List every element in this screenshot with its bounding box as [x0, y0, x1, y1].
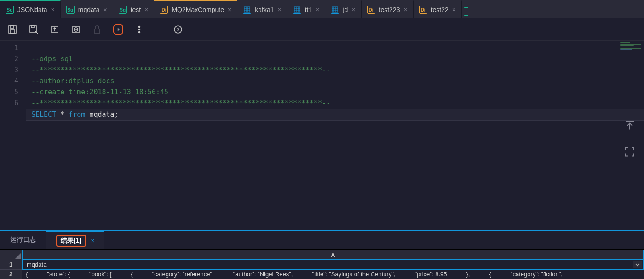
file-tab-jsondata[interactable]: Sq JSONdata × — [0, 0, 61, 18]
code-area[interactable]: --odps sql --***************************… — [26, 41, 644, 230]
editor-side-actions — [624, 119, 636, 159]
code-comment: --**************************************… — [31, 66, 330, 74]
minimap[interactable] — [620, 42, 642, 46]
tab-label: kafka1 — [255, 6, 274, 13]
grid-row-2[interactable]: 2 { "store": { "book": [ { "category": "… — [0, 270, 644, 279]
file-tab-test22[interactable]: Di test22 × — [414, 0, 462, 18]
tab-label: test223 — [379, 6, 400, 13]
svg-rect-19 — [31, 26, 34, 28]
cell-fragment: { — [131, 271, 132, 278]
di-icon: Di — [419, 6, 427, 14]
tab-label: jd — [343, 6, 348, 13]
fullscreen-icon[interactable] — [624, 145, 636, 159]
result-grid: A 1 mqdata 2 { "store": { "book": [ { "c… — [0, 249, 644, 279]
sql-identifier: mqdata; — [85, 110, 118, 119]
file-tab-jd[interactable]: jd × — [325, 0, 361, 18]
more-icon[interactable] — [134, 24, 144, 35]
svg-rect-16 — [10, 26, 14, 28]
close-icon[interactable]: × — [316, 6, 319, 13]
tab-label: test22 — [431, 6, 448, 13]
cell-a1[interactable]: mqdata — [22, 260, 644, 270]
sql-icon: Sq — [119, 6, 127, 14]
submit-icon[interactable] — [50, 24, 60, 35]
sql-icon: Sq — [6, 6, 14, 14]
file-tab-mq2maxcompute[interactable]: Di MQ2MaxCompute × — [154, 0, 237, 18]
svg-point-26 — [139, 29, 140, 30]
scroll-to-top-icon[interactable] — [624, 119, 636, 133]
save-icon[interactable] — [7, 24, 17, 35]
file-tab-tt1[interactable]: tt1 × — [288, 0, 326, 18]
tab-label: MQ2MaxCompute — [172, 6, 224, 13]
code-editor[interactable]: 1 2 3 4 5 6 --odps sql --***************… — [0, 41, 644, 230]
file-tab-bar: Sq JSONdata × Sq mqdata × Sq test × Di M… — [0, 0, 644, 18]
code-line-active: SELECT * from mqdata; — [26, 109, 644, 121]
cell-fragment: "category": "fiction", — [511, 271, 563, 278]
tab-label: tt1 — [305, 6, 312, 13]
save-as-icon[interactable] — [29, 24, 39, 35]
file-tab-kafka1[interactable]: kafka1 × — [237, 0, 287, 18]
cell-a2[interactable]: { "store": { "book": [ { "category": "re… — [22, 270, 644, 279]
cell-fragment: { — [26, 271, 28, 278]
svg-rect-10 — [332, 7, 338, 12]
svg-rect-17 — [10, 30, 15, 33]
tab-label: test — [131, 6, 141, 13]
close-icon[interactable]: × — [403, 6, 407, 13]
close-icon[interactable]: × — [452, 6, 456, 13]
line-number: 6 — [0, 98, 18, 109]
grid-row-1[interactable]: 1 mqdata — [0, 260, 644, 270]
result-panel: 运行日志 结果[1] × A 1 mqdata 2 { "store": { — [0, 230, 644, 279]
sql-keyword: from — [69, 110, 85, 119]
file-tab-test[interactable]: Sq test × — [113, 0, 155, 18]
tab-run-log[interactable]: 运行日志 — [0, 231, 46, 249]
svg-point-27 — [139, 31, 140, 33]
tab-label: 运行日志 — [10, 236, 36, 244]
close-icon[interactable]: × — [103, 6, 107, 13]
table-icon — [331, 6, 339, 14]
cell-value: mqdata — [27, 261, 46, 268]
cell-dropdown-icon[interactable] — [633, 261, 642, 268]
line-number: 3 — [0, 64, 18, 76]
close-icon[interactable]: × — [351, 6, 355, 13]
cell-fragment: "store": { — [47, 271, 70, 278]
grid-corner[interactable] — [0, 250, 22, 260]
svg-rect-23 — [94, 29, 100, 33]
code-comment: --author:dtplus_docs — [31, 77, 115, 85]
line-number: 4 — [0, 76, 18, 87]
di-icon: Di — [160, 6, 168, 14]
sql-keyword: SELECT — [31, 110, 56, 119]
result-tab-bar: 运行日志 结果[1] × — [0, 231, 644, 249]
close-icon[interactable]: × — [277, 6, 281, 13]
sql-token: * — [56, 110, 69, 119]
row-number[interactable]: 2 — [0, 270, 22, 279]
close-icon[interactable]: × — [228, 6, 231, 13]
row-number[interactable]: 1 — [0, 260, 22, 270]
close-icon[interactable]: × — [51, 6, 55, 13]
cell-fragment: "author": "Nigel Rees", — [233, 271, 293, 278]
sql-icon — [464, 7, 468, 16]
cost-icon[interactable]: $ — [173, 24, 183, 35]
file-tab-test223[interactable]: Di test223 × — [362, 0, 414, 18]
lock-icon — [92, 24, 102, 35]
grid-header-row: A — [0, 250, 644, 260]
tab-result-1[interactable]: 结果[1] × — [46, 231, 104, 249]
column-header-a[interactable]: A — [22, 250, 644, 260]
run-button[interactable] — [113, 24, 123, 35]
svg-point-25 — [139, 26, 140, 27]
code-comment: --create time:2018-11-13 18:56:45 — [31, 88, 168, 96]
svg-text:$: $ — [177, 27, 179, 32]
close-icon[interactable]: × — [91, 237, 94, 244]
line-gutter: 1 2 3 4 5 6 — [0, 41, 26, 230]
line-number: 1 — [0, 42, 18, 53]
schedule-icon[interactable] — [71, 24, 81, 35]
cell-fragment: "price": 8.95 — [415, 271, 447, 278]
cell-fragment: "book": [ — [89, 271, 111, 278]
file-tab-overflow[interactable] — [462, 0, 470, 18]
cell-fragment: "category": "reference", — [152, 271, 214, 278]
svg-rect-5 — [294, 7, 300, 12]
file-tab-mqdata[interactable]: Sq mqdata × — [61, 0, 113, 18]
line-number: 5 — [0, 87, 18, 98]
di-icon: Di — [367, 6, 375, 14]
close-icon[interactable]: × — [144, 6, 148, 13]
svg-rect-18 — [30, 26, 36, 32]
tab-label: mqdata — [78, 6, 100, 13]
